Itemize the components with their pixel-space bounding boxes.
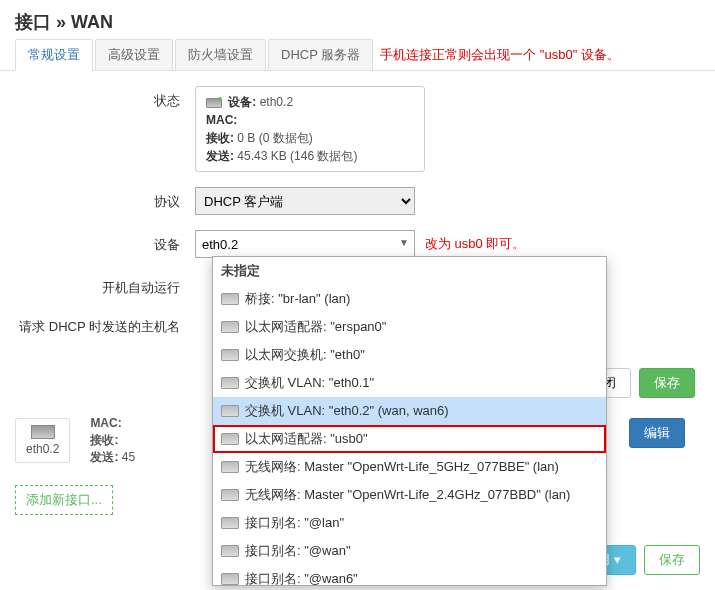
- dropdown-item-label: 接口别名: "@wan6": [245, 570, 358, 586]
- status-device-value: eth0.2: [260, 95, 293, 109]
- dropdown-item[interactable]: 交换机 VLAN: "eth0.1": [213, 369, 606, 397]
- breadcrumb-part2: WAN: [71, 12, 113, 32]
- tab-firewall[interactable]: 防火墙设置: [175, 39, 266, 70]
- device-icon: [221, 377, 239, 389]
- device-combobox[interactable]: ▼: [195, 230, 415, 258]
- dropdown-header: 未指定: [213, 257, 606, 285]
- dropdown-item-label: 接口别名: "@wan": [245, 542, 351, 560]
- device-icon: [221, 405, 239, 417]
- protocol-label: 协议: [15, 187, 195, 211]
- dropdown-item[interactable]: 接口别名: "@wan": [213, 537, 606, 565]
- bg-tx-partial: 45: [122, 450, 135, 464]
- status-device-label: 设备:: [228, 95, 256, 109]
- dropdown-item[interactable]: 以太网适配器: "erspan0": [213, 313, 606, 341]
- device-input[interactable]: [195, 230, 415, 258]
- dropdown-item-label: 无线网络: Master "OpenWrt-Life_2.4GHz_077BBD…: [245, 486, 570, 504]
- device-icon: [221, 489, 239, 501]
- dropdown-item[interactable]: 以太网交换机: "eth0": [213, 341, 606, 369]
- dropdown-item-label: 以太网适配器: "erspan0": [245, 318, 386, 336]
- status-label: 状态: [15, 86, 195, 110]
- tab-advanced[interactable]: 高级设置: [95, 39, 173, 70]
- bg-tx-label: 发送:: [90, 450, 118, 464]
- edit-button[interactable]: 编辑: [629, 418, 685, 448]
- device-icon: [221, 321, 239, 333]
- dropdown-item[interactable]: 接口别名: "@lan": [213, 509, 606, 537]
- bg-mac-label: MAC:: [90, 416, 121, 430]
- dropdown-item-label: 以太网交换机: "eth0": [245, 346, 365, 364]
- device-icon: [221, 545, 239, 557]
- device-icon: [221, 461, 239, 473]
- device-dropdown[interactable]: 未指定 桥接: "br-lan" (lan)以太网适配器: "erspan0"以…: [212, 256, 607, 586]
- dropdown-item[interactable]: 以太网适配器: "usb0": [213, 425, 606, 453]
- status-tx-label: 发送:: [206, 149, 234, 163]
- protocol-select[interactable]: DHCP 客户端: [195, 187, 415, 215]
- dropdown-item[interactable]: 无线网络: Master "OpenWrt-Life_5GHz_077BBE" …: [213, 453, 606, 481]
- background-stats: MAC: 接收: 发送: 45: [90, 415, 135, 465]
- background-interface-name: eth0.2: [26, 442, 59, 456]
- device-icon: [221, 433, 239, 445]
- add-interface-button[interactable]: 添加新接口...: [15, 485, 113, 515]
- dropdown-item[interactable]: 交换机 VLAN: "eth0.2" (wan, wan6): [213, 397, 606, 425]
- dropdown-item-label: 以太网适配器: "usb0": [245, 430, 368, 448]
- background-interface-row: eth0.2 MAC: 接收: 发送: 45: [15, 415, 135, 465]
- tab-bar: 常规设置 高级设置 防火墙设置 DHCP 服务器 手机连接正常则会出现一个 "u…: [0, 39, 715, 71]
- device-icon: [221, 293, 239, 305]
- dropdown-item-label: 交换机 VLAN: "eth0.2" (wan, wan6): [245, 402, 449, 420]
- dropdown-item-label: 桥接: "br-lan" (lan): [245, 290, 350, 308]
- status-rx-label: 接收:: [206, 131, 234, 145]
- save-button[interactable]: 保存: [639, 368, 695, 398]
- device-icon: [221, 349, 239, 361]
- dropdown-item-label: 交换机 VLAN: "eth0.1": [245, 374, 374, 392]
- status-mac-label: MAC:: [206, 113, 237, 127]
- annotation-usb0-hint: 手机连接正常则会出现一个 "usb0" 设备。: [380, 46, 620, 64]
- nic-icon: [31, 425, 55, 439]
- status-rx-value: 0 B (0 数据包): [237, 131, 312, 145]
- status-box: 设备: eth0.2 MAC: 接收: 0 B (0 数据包) 发送: 45.4…: [195, 86, 425, 172]
- device-label: 设备: [15, 230, 195, 254]
- device-icon: [221, 573, 239, 585]
- dropdown-item-label: 无线网络: Master "OpenWrt-Life_5GHz_077BBE" …: [245, 458, 559, 476]
- dropdown-item[interactable]: 接口别名: "@wan6": [213, 565, 606, 586]
- bg-rx-label: 接收:: [90, 433, 118, 447]
- autostart-label: 开机自动运行: [15, 273, 195, 297]
- nic-icon: [206, 98, 222, 108]
- annotation-change-usb0: 改为 usb0 即可。: [425, 230, 525, 258]
- chevron-down-icon: ▾: [614, 552, 621, 567]
- breadcrumb: 接口 » WAN: [0, 0, 715, 39]
- breadcrumb-part1: 接口: [15, 12, 51, 32]
- dropdown-item[interactable]: 桥接: "br-lan" (lan): [213, 285, 606, 313]
- background-interface-card: eth0.2: [15, 418, 70, 463]
- hostname-label: 请求 DHCP 时发送的主机名: [15, 312, 195, 336]
- save-button-2[interactable]: 保存: [644, 545, 700, 575]
- device-icon: [221, 517, 239, 529]
- status-tx-value: 45.43 KB (146 数据包): [237, 149, 357, 163]
- dropdown-item[interactable]: 无线网络: Master "OpenWrt-Life_2.4GHz_077BBD…: [213, 481, 606, 509]
- tab-dhcp[interactable]: DHCP 服务器: [268, 39, 373, 70]
- tab-general[interactable]: 常规设置: [15, 39, 93, 71]
- breadcrumb-sep: »: [51, 12, 71, 32]
- dropdown-item-label: 接口别名: "@lan": [245, 514, 344, 532]
